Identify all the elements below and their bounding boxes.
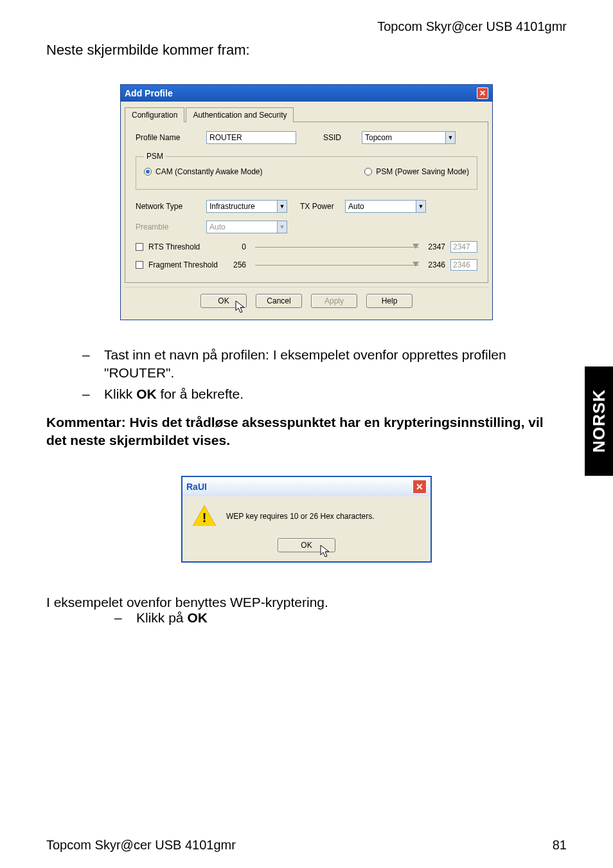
intro-text: Neste skjermbilde kommer fram:	[46, 42, 567, 59]
rts-min: 0	[231, 242, 246, 251]
tab-auth-security[interactable]: Authentication and Security	[186, 107, 294, 122]
help-button[interactable]: Help	[366, 294, 413, 308]
psm-groupbox: PSM CAM (Constantly Awake Mode) PSM (Pow…	[136, 152, 477, 190]
header-product: Topcom Skyr@cer USB 4101gmr	[46, 19, 567, 34]
radio-psm[interactable]: PSM (Power Saving Mode)	[364, 167, 469, 176]
rts-value	[450, 241, 477, 253]
apply-button: Apply	[311, 294, 357, 308]
preamble-label: Preamble	[136, 222, 206, 231]
list-item-bold: OK	[187, 610, 208, 625]
cancel-button[interactable]: Cancel	[256, 294, 302, 308]
chevron-down-icon[interactable]: ▼	[445, 131, 456, 144]
frag-max: 2346	[428, 260, 445, 269]
chevron-down-icon: ▼	[277, 221, 287, 233]
warning-icon: !	[193, 505, 216, 527]
network-type-label: Network Type	[136, 202, 206, 211]
ssid-label: SSID	[323, 133, 362, 142]
comment-note: Kommentar: Hvis det trådløse aksesspunkt…	[46, 413, 567, 450]
chevron-down-icon[interactable]: ▼	[277, 200, 287, 213]
frag-min: 256	[231, 260, 246, 269]
alert-body: ! WEP key requires 10 or 26 Hex characte…	[182, 496, 431, 531]
language-tab: NORSK	[585, 366, 613, 476]
slider-thumb-icon[interactable]	[413, 244, 419, 249]
tab-configuration[interactable]: Configuration	[125, 107, 184, 122]
network-type-combo[interactable]: ▼	[206, 200, 287, 213]
slider-thumb-icon[interactable]	[413, 262, 419, 267]
list-item-bold: OK	[136, 386, 157, 401]
frag-value	[450, 259, 477, 271]
page-number: 81	[553, 838, 567, 853]
tx-power-combo[interactable]: ▼	[345, 200, 426, 213]
add-profile-title: Add Profile	[125, 88, 173, 98]
frag-checkbox[interactable]	[136, 261, 143, 269]
tab-body: Profile Name SSID ▼ PSM CAM (Constantly …	[125, 122, 488, 283]
psm-legend: PSM	[144, 152, 166, 161]
lower-text: I eksempelet ovenfor benyttes WEP-krypte…	[46, 595, 567, 610]
preamble-input	[206, 221, 277, 233]
list-item: Tast inn et navn på profilen: I eksempel…	[104, 346, 567, 383]
list-item-text: Klikk	[104, 386, 136, 401]
radio-psm-circle	[364, 168, 372, 176]
list-item: Klikk OK for å bekrefte.	[104, 385, 567, 403]
rts-slider[interactable]	[255, 247, 419, 248]
radio-cam[interactable]: CAM (Constantly Awake Mode)	[144, 167, 263, 176]
rts-label: RTS Threshold	[148, 242, 226, 251]
close-icon[interactable]: ✕	[477, 87, 488, 99]
cursor-icon	[235, 300, 247, 314]
frag-row: Fragment Threshold 256 2346	[136, 259, 477, 271]
rts-checkbox[interactable]	[136, 243, 143, 251]
frag-slider[interactable]	[255, 265, 419, 266]
alert-message: WEP key requires 10 or 26 Hex characters…	[226, 512, 375, 521]
instruction-list-2: Klikk på OK	[46, 610, 567, 626]
raui-dialog: RaUI ✕ ! WEP key requires 10 or 26 Hex c…	[181, 476, 432, 563]
list-item-text: Klikk på	[136, 610, 187, 625]
tab-strip: Configuration Authentication and Securit…	[125, 107, 488, 122]
footer-product: Topcom Skyr@cer USB 4101gmr	[46, 838, 236, 853]
raui-title: RaUI	[186, 482, 207, 492]
rts-row: RTS Threshold 0 2347	[136, 241, 477, 253]
radio-psm-label: PSM (Power Saving Mode)	[376, 167, 469, 176]
ssid-combo[interactable]: ▼	[362, 131, 456, 144]
network-type-input[interactable]	[206, 200, 277, 213]
list-item-text: Tast inn et navn på profilen: I eksempel…	[104, 347, 506, 380]
add-profile-dialog: Add Profile ✕ Configuration Authenticati…	[120, 84, 493, 320]
radio-cam-circle	[144, 168, 152, 176]
ssid-input[interactable]	[362, 131, 445, 144]
add-profile-titlebar: Add Profile ✕	[121, 85, 492, 102]
list-item-text: for å bekrefte.	[157, 386, 244, 401]
preamble-combo: ▼	[206, 221, 287, 233]
tx-power-label: TX Power	[300, 202, 345, 211]
tx-power-input[interactable]	[345, 200, 416, 213]
page-footer: Topcom Skyr@cer USB 4101gmr 81	[46, 838, 567, 853]
list-item: Klikk på OK	[136, 610, 567, 626]
profile-name-label: Profile Name	[136, 133, 206, 142]
close-icon[interactable]: ✕	[413, 480, 427, 494]
profile-name-input[interactable]	[206, 131, 296, 144]
chevron-down-icon[interactable]: ▼	[416, 200, 426, 213]
cursor-icon	[320, 545, 332, 559]
frag-label: Fragment Threshold	[148, 260, 226, 269]
dialog-button-row: OK Cancel Apply Help	[125, 287, 488, 316]
instruction-list-1: Tast inn et navn på profilen: I eksempel…	[46, 346, 567, 403]
rts-max: 2347	[428, 242, 445, 251]
radio-cam-label: CAM (Constantly Awake Mode)	[155, 167, 263, 176]
